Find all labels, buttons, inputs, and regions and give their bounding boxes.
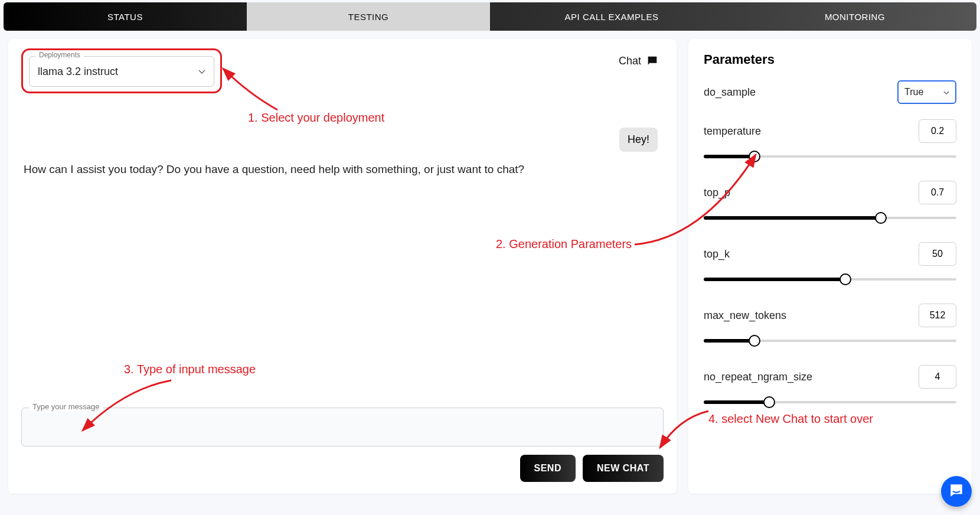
new-chat-button[interactable]: NEW CHAT xyxy=(583,455,664,482)
param-max-new-tokens-label: max_new_tokens xyxy=(704,309,786,322)
param-do-sample-value: True xyxy=(904,87,923,97)
param-top-k-slider[interactable] xyxy=(704,273,956,286)
chat-panel: Deployments llama 3.2 instruct Chat Hey!… xyxy=(8,39,677,494)
help-chat-button[interactable] xyxy=(941,476,972,507)
message-input-wrap: Type your message xyxy=(21,408,664,446)
param-top-k-input[interactable] xyxy=(919,242,956,266)
assistant-message: How can I assist you today? Do you have … xyxy=(24,163,658,176)
caret-down-icon xyxy=(198,66,205,77)
chat-header-label: Chat xyxy=(619,55,641,67)
tab-status[interactable]: STATUS xyxy=(4,2,247,31)
tab-testing[interactable]: TESTING xyxy=(247,2,490,31)
tab-api-call-examples[interactable]: API CALL EXAMPLES xyxy=(490,2,733,31)
chat-header: Chat xyxy=(619,54,659,67)
chat-icon xyxy=(646,54,659,67)
tab-bar: STATUS TESTING API CALL EXAMPLES MONITOR… xyxy=(4,2,976,31)
deployments-selected-value: llama 3.2 instruct xyxy=(38,66,198,78)
param-top-p-input[interactable] xyxy=(919,181,956,204)
param-temperature-slider[interactable] xyxy=(704,150,956,163)
message-input[interactable] xyxy=(30,415,655,439)
param-do-sample-select[interactable]: True xyxy=(897,80,956,104)
deployments-legend: Deployments xyxy=(35,51,84,59)
parameters-title: Parameters xyxy=(704,52,956,67)
param-max-new-tokens-slider[interactable] xyxy=(704,334,956,347)
param-no-repeat-ngram-label: no_repeat_ngram_size xyxy=(704,371,812,383)
user-message-bubble: Hey! xyxy=(619,128,658,152)
intercom-icon xyxy=(949,483,964,500)
param-no-repeat-ngram-input[interactable] xyxy=(919,365,956,389)
send-button[interactable]: SEND xyxy=(520,455,576,482)
param-top-p-label: top_p xyxy=(704,187,730,199)
param-max-new-tokens-input[interactable] xyxy=(919,304,956,327)
tab-monitoring[interactable]: MONITORING xyxy=(733,2,976,31)
message-input-legend: Type your message xyxy=(29,402,103,411)
caret-down-icon xyxy=(943,87,949,97)
param-temperature-label: temperature xyxy=(704,125,761,138)
param-no-repeat-ngram-slider[interactable] xyxy=(704,396,956,409)
parameters-panel: Parameters do_sample True temperature to… xyxy=(688,39,972,494)
deployments-highlight: Deployments llama 3.2 instruct xyxy=(21,48,222,93)
chat-body: Hey! How can I assist you today? Do you … xyxy=(21,104,664,408)
param-do-sample-label: do_sample xyxy=(704,86,756,99)
deployments-select[interactable]: Deployments llama 3.2 instruct xyxy=(29,56,214,87)
param-top-p-slider[interactable] xyxy=(704,211,956,224)
param-top-k-label: top_k xyxy=(704,248,730,260)
param-temperature-input[interactable] xyxy=(919,119,956,143)
